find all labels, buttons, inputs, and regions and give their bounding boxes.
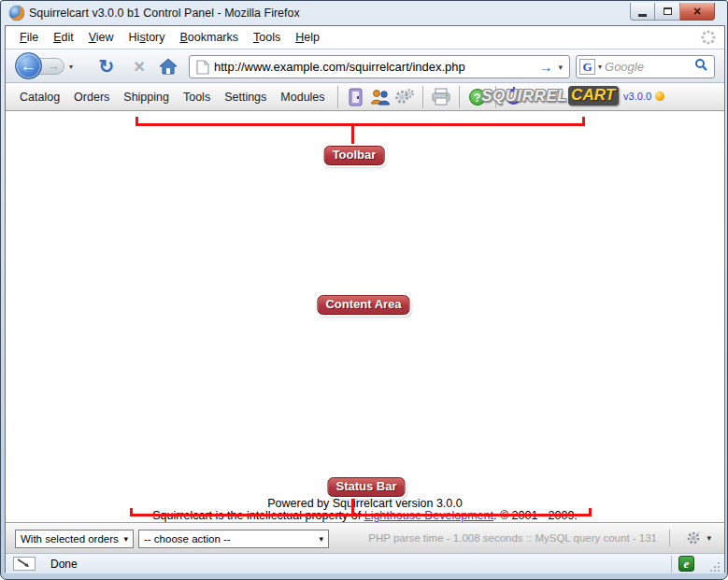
squirrelcart-logo: SQUIRREL CART v3.0.0 (481, 86, 664, 106)
firefox-window: Squirrelcart v3.0.0 b1 Control Panel - M… (0, 0, 728, 580)
bulk-orders-select[interactable]: With selected orders ▾ (15, 530, 134, 548)
acorn-icon (655, 92, 664, 101)
statusbar-separator (669, 530, 670, 546)
reload-icon: ↻ (99, 56, 115, 77)
menu-help[interactable]: Help (288, 28, 327, 47)
gears-icon (394, 88, 415, 106)
engine-dropdown-caret[interactable]: ▾ (595, 63, 605, 71)
reload-button[interactable]: ↻ (94, 55, 119, 78)
status-bracket-right-tick (589, 508, 592, 516)
search-input[interactable]: Google (605, 60, 694, 74)
select-caret-icon: ▾ (319, 534, 328, 544)
gear-menu-icon (685, 530, 702, 546)
app-status-bar: With selected orders ▾ -- choose action … (6, 522, 724, 553)
minimize-icon (638, 14, 647, 17)
menu-bookmarks[interactable]: Bookmarks (173, 28, 247, 47)
status-tools-menu[interactable]: ▾ (685, 530, 711, 546)
menu-view[interactable]: View (81, 28, 121, 47)
menu-tools[interactable]: Tools (246, 28, 288, 47)
toolbar-separator (337, 86, 338, 108)
app-menu-tools[interactable]: Tools (183, 86, 210, 108)
users-icon (370, 89, 391, 106)
performance-stats: PHP parse time - 1.008 seconds :: MySQL … (368, 532, 657, 544)
app-menu-orders[interactable]: Orders (74, 86, 109, 108)
app-menu-settings[interactable]: Settings (224, 86, 266, 108)
home-button[interactable] (158, 57, 180, 78)
home-icon (158, 57, 178, 76)
print-button[interactable] (430, 86, 452, 108)
statusbar-separator (671, 556, 672, 573)
history-dropdown-caret[interactable]: ▾ (69, 63, 73, 71)
url-dropdown-caret[interactable]: ▾ (558, 63, 569, 72)
close-button[interactable]: × (680, 3, 715, 21)
url-bar[interactable]: http://www.example.com/squirrelcart/inde… (189, 55, 570, 78)
throbber-icon (700, 29, 717, 50)
choose-action-select[interactable]: -- choose action -- ▾ (138, 530, 329, 548)
stop-button[interactable]: × (127, 55, 151, 78)
minimize-button[interactable] (630, 3, 655, 21)
printer-icon (431, 88, 451, 106)
status-bracket-line (130, 514, 592, 516)
back-button[interactable]: ← (15, 52, 42, 79)
select-caret-icon: ▾ (123, 534, 133, 544)
toolbar-separator (422, 86, 423, 108)
extension-badge-icon[interactable]: e (678, 556, 694, 572)
maximize-button[interactable] (655, 3, 680, 21)
app-menu-modules[interactable]: Modules (280, 86, 324, 108)
menu-history[interactable]: History (121, 28, 173, 47)
resize-grip[interactable] (708, 559, 721, 576)
forward-arrow-icon: → (48, 59, 60, 73)
page-load-status: Done (50, 558, 78, 571)
logo-cart-text: CART (568, 86, 619, 106)
close-icon: × (693, 5, 701, 18)
store-front-button[interactable] (345, 86, 367, 108)
logo-version: v3.0.0 (623, 91, 651, 102)
configuration-button[interactable] (393, 86, 416, 108)
menu-bar: File Edit View History Bookmarks Tools H… (6, 26, 724, 49)
firefox-icon (9, 6, 24, 21)
search-icon[interactable] (694, 58, 708, 76)
title-bar[interactable]: Squirrelcart v3.0.0 b1 Control Panel - M… (1, 1, 727, 25)
toolbar-annotation-label: Toolbar (324, 146, 385, 165)
status-bar-annotation-label: Status Bar (327, 477, 405, 497)
maximize-icon (664, 7, 672, 15)
window-controls: × (630, 3, 715, 21)
back-arrow-icon: ← (21, 57, 36, 75)
toolbar-bracket-right-tick (582, 117, 585, 126)
browser-client-area: File Edit View History Bookmarks Tools H… (5, 25, 725, 573)
content-area: Toolbar Content Area Status Bar Powered … (6, 111, 724, 522)
app-toolbar: Catalog Orders Shipping Tools Settings M… (6, 83, 724, 111)
menu-file[interactable]: File (12, 28, 46, 47)
app-menu-shipping[interactable]: Shipping (123, 86, 169, 108)
google-engine-icon[interactable]: G (579, 59, 595, 75)
firefox-status-bar: Done e (6, 553, 724, 573)
menu-edit[interactable]: Edit (46, 28, 81, 47)
tools-caret-icon: ▾ (707, 533, 711, 543)
eyedropper-extension-button[interactable] (13, 557, 36, 571)
status-bracket-stem (351, 496, 354, 514)
page-favicon (192, 57, 214, 77)
powered-by-text: Powered by Squirrelcart version 3.0.0 (6, 497, 724, 510)
content-area-annotation-label: Content Area (317, 295, 409, 315)
app-menu-catalog[interactable]: Catalog (20, 86, 60, 108)
customers-button[interactable] (369, 86, 392, 108)
door-icon (348, 88, 364, 106)
toolbar-bracket-line (136, 123, 585, 126)
url-input[interactable]: http://www.example.com/squirrelcart/inde… (214, 60, 536, 74)
logo-squirrel-text: SQUIRREL (481, 87, 567, 106)
eyedropper-icon (17, 559, 32, 569)
window-title: Squirrelcart v3.0.0 b1 Control Panel - M… (29, 7, 300, 20)
stop-icon: × (134, 56, 145, 77)
toolbar-separator (459, 86, 460, 108)
search-bar[interactable]: G ▾ Google (576, 55, 715, 78)
go-icon[interactable]: → (536, 59, 558, 75)
navigation-toolbar: ← → ▾ ↻ × http://www.example.com/squirre… (6, 49, 724, 83)
